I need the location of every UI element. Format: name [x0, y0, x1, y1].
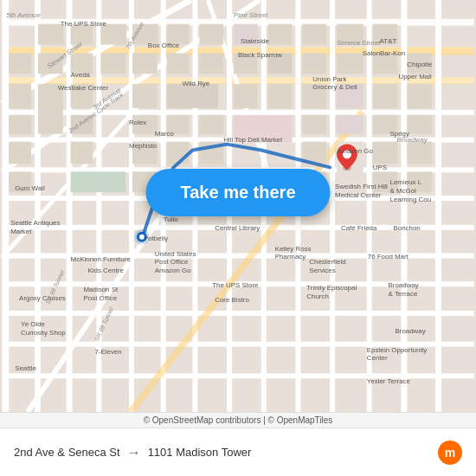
svg-text:Central Library: Central Library: [215, 224, 260, 232]
svg-text:Church: Church: [306, 293, 329, 300]
svg-text:Trinity Episcopal: Trinity Episcopal: [306, 284, 357, 292]
svg-text:Curiosity Shop: Curiosity Shop: [21, 329, 66, 337]
svg-text:Post Office: Post Office: [84, 294, 118, 302]
take-me-there-button[interactable]: Take me there: [145, 169, 330, 216]
svg-text:Bonchon: Bonchon: [393, 224, 420, 232]
svg-rect-60: [9, 84, 31, 108]
svg-text:United States: United States: [155, 250, 196, 258]
svg-rect-65: [234, 84, 258, 108]
svg-rect-64: [167, 84, 219, 108]
svg-text:Broadway: Broadway: [389, 281, 419, 289]
svg-text:Post Office: Post Office: [155, 258, 189, 266]
svg-rect-77: [302, 115, 326, 134]
svg-text:Grocery & Deli: Grocery & Deli: [312, 83, 357, 91]
svg-text:7-Eleven: 7-Eleven: [94, 348, 121, 356]
svg-rect-51: [132, 53, 158, 74]
svg-text:Medical Center: Medical Center: [335, 191, 382, 199]
svg-text:Madison St: Madison St: [84, 286, 119, 293]
svg-text:Seneca Street: Seneca Street: [337, 39, 381, 47]
svg-rect-88: [373, 142, 398, 164]
svg-text:Chesterfield: Chesterfield: [309, 258, 345, 266]
svg-rect-43: [268, 24, 293, 45]
svg-rect-44: [302, 24, 326, 45]
svg-text:Café Frieda: Café Frieda: [341, 224, 377, 232]
svg-rect-91: [71, 171, 125, 192]
svg-text:Kelley Ross: Kelley Ross: [275, 245, 312, 253]
moovit-icon: m: [438, 441, 462, 465]
svg-text:76 Food Mart: 76 Food Mart: [368, 253, 409, 261]
svg-rect-26: [330, 0, 335, 412]
svg-rect-66: [268, 84, 293, 108]
svg-text:McKinnon Furniture: McKinnon Furniture: [71, 255, 132, 263]
svg-text:Argosy Cruises: Argosy Cruises: [19, 294, 66, 302]
svg-text:Ye Olde: Ye Olde: [21, 320, 45, 328]
svg-text:Stateside: Stateside: [241, 37, 270, 45]
svg-text:Chipotle: Chipotle: [407, 61, 433, 68]
svg-rect-29: [435, 0, 441, 412]
svg-rect-89: [407, 142, 432, 164]
svg-text:Pharmacy: Pharmacy: [275, 253, 306, 261]
svg-text:Amazon Go: Amazon Go: [337, 147, 373, 155]
svg-text:& McGol: & McGol: [390, 187, 417, 195]
svg-rect-78: [337, 115, 363, 134]
svg-text:Seattle: Seattle: [15, 364, 36, 372]
svg-rect-53: [199, 53, 223, 74]
route-to: 1101 Madison Tower: [148, 446, 252, 459]
svg-text:Kids Centre: Kids Centre: [87, 267, 124, 274]
svg-rect-70: [407, 84, 432, 108]
svg-text:Tullo: Tullo: [164, 215, 178, 223]
svg-rect-84: [167, 142, 190, 164]
svg-rect-82: [71, 142, 93, 164]
svg-text:Core Bistro: Core Bistro: [215, 296, 249, 304]
svg-text:Pine Street: Pine Street: [234, 11, 268, 19]
svg-rect-81: [9, 142, 31, 164]
svg-text:Black Sparrow: Black Sparrow: [238, 51, 282, 59]
svg-text:Epstein Opportunity: Epstein Opportunity: [367, 346, 428, 354]
svg-text:Marco: Marco: [155, 130, 175, 138]
svg-text:Hill Top Deli Market: Hill Top Deli Market: [223, 136, 283, 144]
svg-text:Box Office: Box Office: [148, 42, 180, 49]
svg-text:Upper Mall: Upper Mall: [398, 73, 432, 80]
svg-text:Amazon Go: Amazon Go: [155, 267, 191, 274]
svg-rect-52: [167, 53, 190, 74]
svg-rect-50: [100, 53, 125, 74]
svg-text:Wild Rye: Wild Rye: [183, 80, 210, 87]
svg-text:Union Park: Union Park: [312, 75, 346, 83]
svg-text:SalonBar-Kon: SalonBar-Kon: [363, 49, 405, 57]
svg-text:Market: Market: [10, 228, 32, 235]
svg-text:Services: Services: [309, 267, 335, 274]
svg-text:& Terrace: & Terrace: [389, 290, 418, 298]
svg-text:Westlake Center: Westlake Center: [58, 84, 109, 92]
svg-text:UPS: UPS: [373, 164, 387, 171]
attribution-text: © OpenStreetMap contributors | © OpenMap…: [144, 415, 333, 425]
bottom-bar: 2nd Ave & Seneca St → 1101 Madison Tower…: [0, 428, 476, 476]
svg-text:The UPS Store: The UPS Store: [61, 20, 107, 28]
svg-rect-63: [132, 84, 158, 108]
attribution-bar: © OpenStreetMap contributors | © OpenMap…: [0, 412, 476, 428]
svg-rect-80: [407, 115, 432, 134]
svg-text:Learning Cou: Learning Cou: [390, 196, 432, 203]
svg-text:Swedish First Hill: Swedish First Hill: [335, 183, 388, 190]
svg-text:Gum Wall: Gum Wall: [15, 184, 45, 192]
svg-text:5th Avenue: 5th Avenue: [6, 11, 41, 19]
route-from: 2nd Ave & Seneca St: [14, 446, 120, 459]
svg-rect-47: [9, 53, 31, 74]
app: The UPS Store Stateside Black Sparrow AT…: [0, 0, 476, 476]
svg-rect-57: [337, 53, 363, 74]
svg-rect-56: [302, 53, 326, 74]
svg-text:Center: Center: [367, 355, 388, 363]
svg-text:AT&T: AT&T: [380, 37, 397, 45]
svg-rect-71: [9, 115, 31, 134]
svg-text:Broadway: Broadway: [395, 327, 425, 335]
svg-text:Seattle Antiques: Seattle Antiques: [10, 219, 60, 227]
svg-text:Lemieux L: Lemieux L: [390, 178, 422, 186]
svg-text:The UPS Store: The UPS Store: [212, 281, 259, 289]
route-arrow-icon: →: [127, 445, 141, 460]
svg-text:Mephisto: Mephisto: [129, 142, 158, 150]
svg-text:Rolex: Rolex: [129, 119, 146, 126]
svg-rect-69: [373, 84, 398, 108]
svg-text:Broadway: Broadway: [396, 136, 428, 144]
map-container: The UPS Store Stateside Black Sparrow AT…: [0, 0, 476, 412]
svg-text:Potbelly: Potbelly: [144, 235, 168, 242]
svg-rect-41: [199, 24, 223, 45]
